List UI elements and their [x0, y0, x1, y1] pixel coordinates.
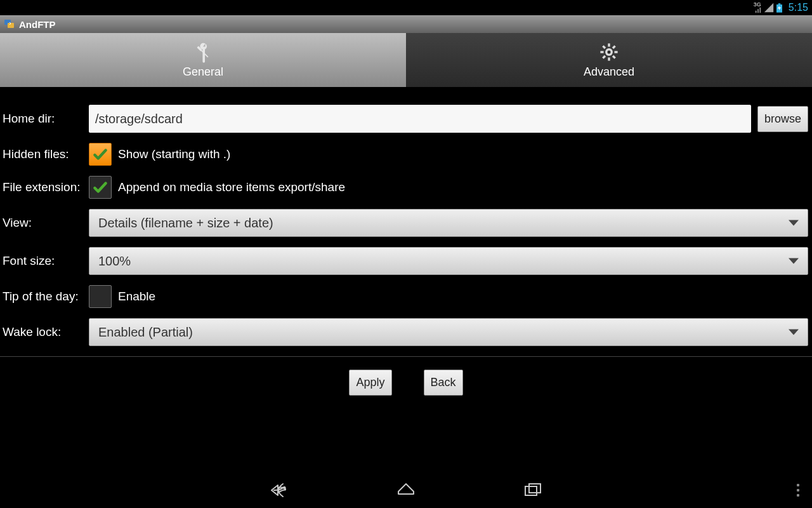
row-view: View: Details (filename + size + date) [0, 204, 812, 242]
home-dir-input[interactable] [89, 105, 751, 133]
font-size-select-value: 100% [98, 254, 131, 269]
tab-general[interactable]: General [0, 33, 406, 87]
row-font-size: Font size: 100% [0, 242, 812, 280]
nav-recents-button[interactable] [469, 472, 596, 508]
svg-rect-10 [615, 51, 618, 53]
row-file-extension: File extension: Append on media store it… [0, 171, 812, 204]
view-label: View: [3, 216, 82, 230]
svg-rect-13 [602, 45, 606, 49]
svg-rect-9 [600, 51, 603, 53]
check-icon [92, 179, 108, 196]
font-size-label: Font size: [3, 254, 82, 268]
svg-rect-0 [778, 3, 781, 4]
file-extension-label: File extension: [3, 180, 82, 194]
navigation-bar [0, 472, 812, 508]
status-bar: 3G 5:15 [0, 0, 812, 15]
font-size-select[interactable]: 100% [89, 247, 808, 275]
back-icon [268, 479, 291, 502]
title-bar: AndFTP [0, 15, 812, 33]
hidden-files-checkbox[interactable] [89, 143, 112, 166]
tab-advanced[interactable]: Advanced [406, 33, 812, 87]
svg-rect-17 [529, 484, 540, 493]
browse-button[interactable]: browse [757, 106, 808, 132]
row-wake-lock: Wake lock: Enabled (Partial) [0, 313, 812, 351]
wake-lock-select-value: Enabled (Partial) [98, 325, 193, 340]
dot-icon [797, 484, 799, 486]
nav-back-button[interactable] [216, 472, 343, 508]
nav-home-button[interactable] [343, 472, 469, 508]
clock: 5:15 [789, 2, 808, 13]
hidden-files-text: Show (starting with .) [118, 147, 230, 161]
svg-point-15 [607, 50, 610, 53]
battery-icon [776, 3, 782, 13]
app-icon [4, 18, 15, 30]
row-tip-of-day: Tip of the day: Enable [0, 280, 812, 313]
action-row: Apply Back [0, 357, 812, 408]
home-dir-label: Home dir: [3, 112, 82, 126]
view-select[interactable]: Details (filename + size + date) [89, 209, 808, 237]
home-icon [395, 479, 417, 502]
settings-panel: Home dir: browse Hidden files: Show (sta… [0, 100, 812, 408]
wrench-icon [192, 41, 214, 63]
tip-label: Tip of the day: [3, 290, 82, 304]
tab-advanced-label: Advanced [584, 65, 634, 79]
tip-text: Enable [118, 290, 155, 304]
wake-lock-select[interactable]: Enabled (Partial) [89, 318, 808, 346]
tab-general-label: General [183, 65, 223, 79]
apply-button[interactable]: Apply [349, 370, 391, 396]
signal-icon [764, 3, 774, 13]
row-hidden-files: Hidden files: Show (starting with .) [0, 138, 812, 171]
app-title: AndFTP [19, 19, 56, 30]
file-extension-text: Append on media store items export/share [118, 180, 345, 194]
hidden-files-label: Hidden files: [3, 147, 82, 161]
gear-icon [598, 41, 620, 63]
view-select-value: Details (filename + size + date) [98, 216, 273, 231]
wake-lock-label: Wake lock: [3, 325, 82, 339]
svg-rect-11 [612, 45, 616, 49]
svg-rect-8 [608, 58, 610, 61]
network-3g-indicator: 3G [754, 2, 761, 13]
svg-rect-14 [612, 55, 616, 59]
row-home-dir: Home dir: browse [0, 100, 812, 138]
recents-icon [521, 479, 544, 502]
dot-icon [797, 494, 799, 497]
file-extension-checkbox[interactable] [89, 176, 112, 199]
tip-checkbox[interactable] [89, 285, 112, 308]
back-button[interactable]: Back [424, 370, 463, 396]
svg-rect-12 [602, 55, 606, 59]
tab-bar: General Advanced [0, 33, 812, 87]
nav-menu-button[interactable] [797, 484, 799, 497]
svg-rect-7 [608, 43, 610, 46]
svg-rect-16 [525, 486, 537, 495]
check-icon [92, 146, 108, 163]
dot-icon [797, 489, 799, 491]
